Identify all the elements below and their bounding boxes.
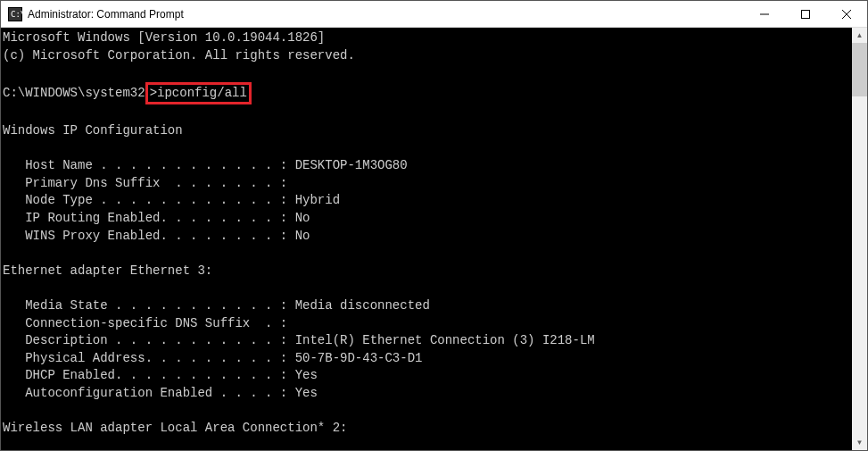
node-type-line: Node Type . . . . . . . . . . . . : Hybr… [3,193,340,207]
eth-autoconfig: Autoconfiguration Enabled . . . . : Yes [3,386,318,400]
titlebar[interactable]: C:\ Administrator: Command Prompt [1,1,867,28]
wins-proxy-line: WINS Proxy Enabled. . . . . . . . : No [3,229,310,243]
eth-physical-address: Physical Address. . . . . . . . . : 50-7… [3,351,422,365]
close-button[interactable] [826,1,867,27]
host-name-line: Host Name . . . . . . . . . . . . : DESK… [3,158,408,172]
command-highlight: >ipconfig/all [145,82,252,105]
copyright-line: (c) Microsoft Corporation. All rights re… [3,48,355,63]
content-area: Microsoft Windows [Version 10.0.19044.18… [1,28,867,450]
svg-text:C:\: C:\ [11,10,22,19]
cmd-icon: C:\ [8,7,22,21]
version-line: Microsoft Windows [Version 10.0.19044.18… [3,30,325,45]
svg-rect-4 [802,10,810,18]
command-prompt-window: C:\ Administrator: Command Prompt Micros… [0,0,868,451]
minimize-button[interactable] [744,1,785,27]
window-title: Administrator: Command Prompt [28,8,744,21]
scroll-thumb[interactable] [852,43,867,96]
terminal-output[interactable]: Microsoft Windows [Version 10.0.19044.18… [1,28,852,450]
scroll-down-arrow-icon[interactable]: ▼ [852,435,867,450]
window-controls [744,1,867,27]
section-wireless: Wireless LAN adapter Local Area Connecti… [3,421,347,435]
eth-media-state: Media State . . . . . . . . . . . : Medi… [3,298,430,313]
eth-description: Description . . . . . . . . . . . : Inte… [3,333,595,347]
section-ethernet: Ethernet adapter Ethernet 3: [3,263,212,278]
scroll-up-arrow-icon[interactable]: ▲ [852,28,867,43]
primary-dns-line: Primary Dns Suffix . . . . . . . : [3,176,287,190]
eth-dns-suffix: Connection-specific DNS Suffix . : [3,316,287,330]
prompt-path: C:\WINDOWS\system32 [3,86,145,100]
ip-routing-line: IP Routing Enabled. . . . . . . . : No [3,211,310,225]
scroll-track[interactable] [852,43,867,435]
vertical-scrollbar[interactable]: ▲ ▼ [852,28,867,450]
entered-command: >ipconfig/all [150,86,247,100]
eth-dhcp-enabled: DHCP Enabled. . . . . . . . . . . : Yes [3,368,318,382]
maximize-button[interactable] [785,1,826,27]
section-ip-config: Windows IP Configuration [3,123,183,138]
